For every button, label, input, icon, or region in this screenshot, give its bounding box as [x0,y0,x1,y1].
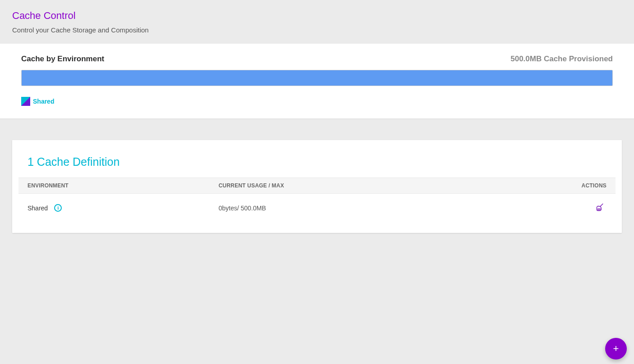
cache-definitions-title: 1 Cache Definition [28,155,616,168]
cache-usage-bar [21,70,613,86]
legend-swatch-shared [21,97,30,106]
cache-overview-title: Cache by Environment [21,55,104,64]
page-header: Cache Control Control your Cache Storage… [0,0,634,44]
actions-cell [519,201,606,215]
table-row: Shared i 0bytes/ 500.0MB [18,194,616,222]
environment-name: Shared [28,205,48,212]
cache-overview-header: Cache by Environment 500.0MB Cache Provi… [21,55,613,64]
flush-cache-button[interactable] [594,201,606,215]
add-cache-fab[interactable]: + [605,338,627,359]
legend-label-shared: Shared [33,98,54,105]
info-icon[interactable]: i [54,204,62,212]
cache-definitions-card: 1 Cache Definition ENVIRONMENT CURRENT U… [12,140,622,233]
usage-cell: 0bytes/ 500.0MB [219,205,520,212]
cache-legend: Shared [21,97,613,106]
cache-usage-bar-fill [22,70,612,86]
page-title: Cache Control [12,10,622,22]
cache-overview-card: Cache by Environment 500.0MB Cache Provi… [0,44,634,118]
page-subtitle: Control your Cache Storage and Compositi… [12,26,622,34]
plus-icon: + [613,344,619,354]
column-header-actions: ACTIONS [519,182,606,189]
broom-icon [596,203,605,213]
column-header-environment: ENVIRONMENT [28,182,219,189]
environment-cell: Shared i [28,204,219,212]
column-header-usage: CURRENT USAGE / MAX [219,182,520,189]
cache-provisioned-text: 500.0MB Cache Provisioned [510,55,613,64]
table-header: ENVIRONMENT CURRENT USAGE / MAX ACTIONS [18,177,616,194]
